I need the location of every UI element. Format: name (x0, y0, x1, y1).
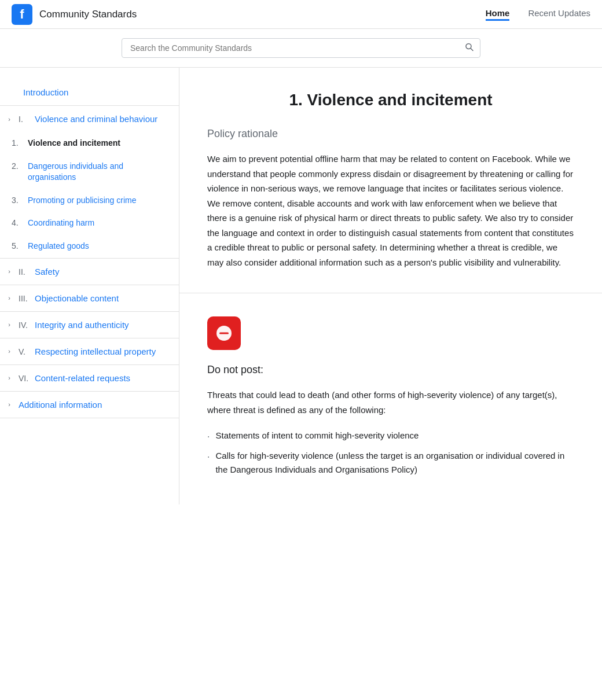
sidebar-item-coordinating-harm[interactable]: 4. Coordinating harm (0, 212, 179, 235)
bullet-list: · Statements of intent to commit high-se… (207, 429, 574, 477)
chevron-down-icon: › (5, 115, 14, 124)
sidebar-item-regulated-goods[interactable]: 5. Regulated goods (0, 235, 179, 258)
sidebar-section-objectionable[interactable]: › III. Objectionable content (0, 285, 179, 312)
section-label-integrity: Integrity and authenticity (35, 320, 170, 330)
section-label-additional: Additional information (19, 400, 170, 410)
section-label-ip: Respecting intellectual property (35, 347, 170, 356)
svg-line-1 (471, 49, 473, 51)
sidebar-section-content-requests[interactable]: › VI. Content-related requests (0, 365, 179, 392)
site-title: Community Standards (39, 9, 137, 20)
facebook-logo: f (12, 4, 32, 25)
list-item: · Statements of intent to commit high-se… (207, 429, 574, 444)
main-content: 1. Violence and incitement Policy ration… (179, 68, 602, 504)
header-left: f Community Standards (12, 4, 137, 25)
chevron-right-icon-ip: › (5, 347, 14, 356)
sidebar-section-ip[interactable]: › V. Respecting intellectual property (0, 338, 179, 365)
page-layout: Introduction › I. Violence and criminal … (0, 68, 602, 504)
main-nav: Home Recent Updates (486, 8, 590, 21)
do-not-post-section: Do not post: Threats that could lead to … (179, 293, 602, 504)
bullet-dot-2: · (207, 450, 210, 465)
svg-rect-3 (219, 333, 229, 334)
do-not-post-intro: Threats that could lead to death (and ot… (207, 388, 574, 417)
chevron-right-icon-additional: › (5, 400, 14, 409)
chevron-right-icon-integrity: › (5, 320, 14, 329)
section-label-content-requests: Content-related requests (35, 373, 170, 383)
policy-rationale-heading: Policy rationale (207, 128, 574, 140)
sidebar-subsection-violence: 1. Violence and incitement 2. Dangerous … (0, 132, 179, 258)
section-label-violence: Violence and criminal behaviour (35, 114, 170, 124)
sidebar-item-violence-incitement[interactable]: 1. Violence and incitement (0, 132, 179, 155)
nav-recent-updates[interactable]: Recent Updates (528, 8, 590, 20)
header: f Community Standards Home Recent Update… (0, 0, 602, 29)
section-label-objectionable: Objectionable content (35, 293, 170, 303)
list-item: · Calls for high-severity violence (unle… (207, 449, 574, 477)
search-icon (465, 43, 473, 53)
policy-rationale-section: 1. Violence and incitement Policy ration… (179, 68, 602, 293)
bullet-text-1: Statements of intent to commit high-seve… (215, 429, 419, 443)
bullet-dot-1: · (207, 429, 210, 444)
chevron-right-icon-objectionable: › (5, 293, 14, 303)
sidebar-section-violence: › I. Violence and criminal behaviour 1. … (0, 106, 179, 259)
search-wrapper (122, 38, 480, 58)
section-roman-I: I. (19, 114, 30, 124)
sidebar-item-dangerous-individuals[interactable]: 2. Dangerous individuals and organisatio… (0, 155, 179, 189)
policy-rationale-text: We aim to prevent potential offline harm… (207, 152, 574, 270)
bullet-text-2: Calls for high-severity violence (unless… (215, 449, 574, 477)
prohibition-icon (207, 316, 241, 350)
nav-home[interactable]: Home (486, 8, 510, 21)
page-title: 1. Violence and incitement (207, 91, 574, 109)
section-label-safety: Safety (35, 267, 170, 277)
chevron-right-icon-safety: › (5, 267, 14, 276)
sidebar-item-promoting-crime[interactable]: 3. Promoting or publicising crime (0, 189, 179, 212)
sidebar: Introduction › I. Violence and criminal … (0, 68, 179, 504)
do-not-post-title: Do not post: (207, 364, 574, 376)
sidebar-additional-info[interactable]: › Additional information (0, 392, 179, 418)
search-bar (0, 29, 602, 68)
chevron-right-icon-content-requests: › (5, 373, 14, 382)
sidebar-section-integrity[interactable]: › IV. Integrity and authenticity (0, 312, 179, 338)
sidebar-section-header-violence[interactable]: › I. Violence and criminal behaviour (0, 106, 179, 132)
sidebar-intro[interactable]: Introduction (0, 79, 179, 106)
sidebar-section-safety[interactable]: › II. Safety (0, 259, 179, 285)
search-input[interactable] (122, 38, 480, 58)
